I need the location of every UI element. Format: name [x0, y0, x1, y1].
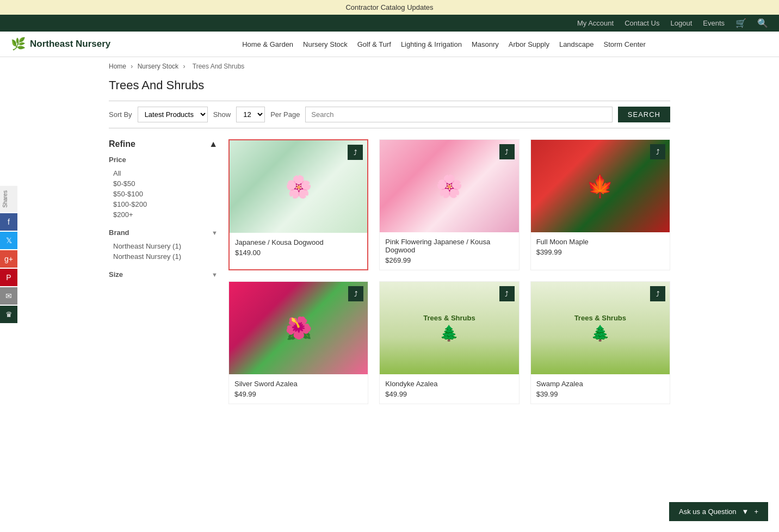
product-info-p6: Swamp Azalea $39.99 [531, 374, 670, 404]
product-price-p6: $39.99 [536, 390, 664, 398]
size-section: Size ▼ [109, 270, 218, 279]
product-grid: 🌸 ⤴ Japanese / Kousa Dogwood $149.00 🌸 ⤴… [228, 139, 670, 404]
trees-shrubs-label-p6: Trees & Shrubs [574, 314, 626, 322]
product-img-azalea-red: 🌺 [229, 282, 368, 374]
product-price-p3: $399.99 [536, 248, 664, 256]
top-search-icon[interactable]: 🔍 [757, 18, 768, 28]
share-button-p6[interactable]: ⤴ [650, 286, 665, 301]
logo-text: Northeast Nursery [30, 39, 110, 50]
search-button[interactable]: SEARCH [618, 107, 670, 122]
price-100-200[interactable]: $100-$200 [109, 199, 218, 209]
sidebar: Refine ▲ Price All $0-$50 $50-$100 $100-… [109, 139, 218, 404]
price-section-title: Price [109, 156, 218, 164]
product-name-p1[interactable]: Japanese / Kousa Dogwood [235, 238, 362, 246]
product-card-p1: 🌸 ⤴ Japanese / Kousa Dogwood $149.00 [228, 139, 368, 270]
product-info-p5: Klondyke Azalea $49.99 [380, 374, 518, 404]
show-label: Show [213, 110, 231, 119]
product-img-maple-red: 🍁 [531, 140, 670, 232]
product-name-p4[interactable]: Silver Sword Azalea [234, 380, 362, 388]
product-img-trees-shrubs-p5: Trees & Shrubs 🌲 [380, 282, 518, 374]
breadcrumb-nursery-stock[interactable]: Nursery Stock [138, 63, 178, 70]
my-account-link[interactable]: My Account [577, 19, 614, 27]
product-price-p1: $149.00 [235, 249, 362, 257]
product-image-p1: 🌸 ⤴ [230, 140, 367, 233]
sort-select[interactable]: Latest Products [138, 107, 208, 122]
price-0-50[interactable]: $0-$50 [109, 178, 218, 189]
brand-list: Northeast Nursery (1) Northeast Nursrey … [109, 241, 218, 262]
toolbar: Sort By Latest Products Show 12 Per Page… [109, 101, 670, 128]
bookmark-btn[interactable]: ♛ [0, 306, 17, 323]
search-input[interactable] [305, 107, 612, 122]
product-image-p2: 🌸 ⤴ [380, 140, 518, 232]
product-img-trees-shrubs-p6: Trees & Shrubs 🌲 [531, 282, 670, 374]
product-image-p3: 🍁 ⤴ [531, 140, 670, 232]
email-btn[interactable]: ✉ [0, 287, 17, 305]
sidebar-refine-header: Refine ▲ [109, 139, 218, 149]
logo-icon: 🌿 [11, 37, 26, 51]
nav-nursery-stock[interactable]: Nursery Stock [303, 40, 348, 48]
product-card-p2: 🌸 ⤴ Pink Flowering Japanese / Kousa Dogw… [379, 139, 519, 270]
product-info-p4: Silver Sword Azalea $49.99 [229, 374, 368, 404]
product-card-p4: 🌺 ⤴ Silver Sword Azalea $49.99 [228, 281, 368, 404]
banner-text: Contractor Catalog Updates [345, 3, 433, 11]
product-img-dogwood-pink: 🌸 [380, 140, 518, 232]
breadcrumb-sep1: › [131, 63, 134, 70]
trees-shrubs-label-p5: Trees & Shrubs [423, 314, 475, 322]
product-card-p6: Trees & Shrubs 🌲 ⤴ Swamp Azalea $39.99 [530, 281, 670, 404]
logo-area[interactable]: 🌿 Northeast Nursery [11, 37, 120, 51]
logout-link[interactable]: Logout [670, 19, 692, 27]
share-button-p2[interactable]: ⤴ [499, 144, 515, 159]
price-200-plus[interactable]: $200+ [109, 209, 218, 220]
share-button-p5[interactable]: ⤴ [499, 286, 515, 301]
pinterest-btn[interactable]: P [0, 269, 17, 286]
social-sidebar: Shares f 𝕏 g+ P ✉ ♛ [0, 186, 17, 323]
product-name-p3[interactable]: Full Moon Maple [536, 238, 664, 246]
product-info-p3: Full Moon Maple $399.99 [531, 232, 670, 262]
nav-masonry[interactable]: Masonry [472, 40, 499, 48]
size-chevron-icon: ▼ [212, 271, 218, 278]
breadcrumb-home[interactable]: Home [109, 63, 126, 70]
nav-lighting-irrigation[interactable]: Lighting & Irrigation [401, 40, 462, 48]
cart-icon[interactable]: 🛒 [735, 18, 746, 28]
googleplus-btn[interactable]: g+ [0, 250, 17, 268]
share-button-p4[interactable]: ⤴ [348, 286, 363, 301]
product-img-dogwood-white: 🌸 [230, 140, 367, 233]
breadcrumb-current: Trees And Shrubs [193, 63, 245, 70]
brand-northeast-nursery[interactable]: Northeast Nursery (1) [109, 241, 218, 251]
product-name-p2[interactable]: Pink Flowering Japanese / Kousa Dogwood [385, 238, 513, 254]
events-link[interactable]: Events [703, 19, 725, 27]
size-label: Size [109, 270, 123, 279]
nav-landscape[interactable]: Landscape [559, 40, 594, 48]
refine-label: Refine [109, 139, 135, 149]
breadcrumb: Home › Nursery Stock › Trees And Shrubs [0, 57, 779, 76]
shares-label: Shares [0, 186, 17, 212]
nav-storm-center[interactable]: Storm Center [604, 40, 646, 48]
nav-golf-turf[interactable]: Golf & Turf [357, 40, 391, 48]
twitter-btn[interactable]: 𝕏 [0, 232, 17, 249]
product-info-p1: Japanese / Kousa Dogwood $149.00 [230, 233, 367, 262]
brand-northeast-nursrey[interactable]: Northeast Nursrey (1) [109, 251, 218, 262]
main-nav: Home & Garden Nursery Stock Golf & Turf … [120, 40, 768, 48]
product-image-p4: 🌺 ⤴ [229, 282, 368, 374]
price-50-100[interactable]: $50-$100 [109, 189, 218, 199]
show-select[interactable]: 12 [236, 107, 265, 122]
contact-us-link[interactable]: Contact Us [625, 19, 659, 27]
refine-collapse-icon[interactable]: ▲ [209, 139, 218, 149]
product-price-p4: $49.99 [234, 390, 362, 398]
brand-chevron-icon: ▼ [212, 230, 218, 236]
share-button-p3[interactable]: ⤴ [650, 144, 665, 159]
share-button-p1[interactable]: ⤴ [348, 145, 363, 160]
brand-section-title[interactable]: Brand ▼ [109, 228, 218, 237]
size-section-title[interactable]: Size ▼ [109, 270, 218, 279]
top-banner: Contractor Catalog Updates [0, 0, 779, 15]
nav-home-garden[interactable]: Home & Garden [242, 40, 293, 48]
product-name-p6[interactable]: Swamp Azalea [536, 380, 664, 388]
nav-arbor-supply[interactable]: Arbor Supply [509, 40, 549, 48]
price-all[interactable]: All [109, 168, 218, 178]
facebook-btn[interactable]: f [0, 213, 17, 231]
sort-label: Sort By [109, 110, 132, 119]
product-price-p2: $269.99 [385, 256, 513, 264]
price-list: All $0-$50 $50-$100 $100-$200 $200+ [109, 168, 218, 220]
tree-icon-p6: 🌲 [591, 324, 610, 342]
product-name-p5[interactable]: Klondyke Azalea [385, 380, 513, 388]
